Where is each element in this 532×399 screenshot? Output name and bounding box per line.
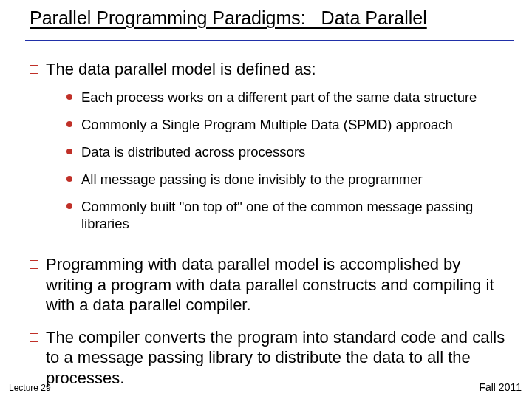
slide-title: Parallel Programming Paradigms: Data Par… xyxy=(30,7,511,29)
square-bullet-icon xyxy=(30,65,38,74)
sub-bullet-text: Commonly a Single Program Multiple Data … xyxy=(81,116,453,133)
title-underline-rule xyxy=(25,40,514,41)
square-bullet-icon xyxy=(30,333,38,342)
bullet-level1: The compiler converts the program into s… xyxy=(30,327,507,389)
footer-right: Fall 2011 xyxy=(479,381,522,393)
bullet-content: The data parallel model is defined as: E… xyxy=(46,59,507,242)
sub-bullet: Each process works on a different part o… xyxy=(46,89,507,106)
sub-bullet: Commonly built "on top of" one of the co… xyxy=(46,198,507,232)
sub-bullet-text: Data is distributed across processors xyxy=(81,143,305,160)
dot-bullet-icon xyxy=(66,121,72,127)
slide: Parallel Programming Paradigms: Data Par… xyxy=(0,0,532,399)
bullet-level1: The data parallel model is defined as: E… xyxy=(30,59,507,242)
sub-bullet: Data is distributed across processors xyxy=(46,143,507,160)
sub-bullet: All message passing is done invisibly to… xyxy=(46,171,507,188)
bullet-text: Programming with data parallel model is … xyxy=(46,254,507,316)
dot-bullet-icon xyxy=(66,94,72,100)
sub-bullet: Commonly a Single Program Multiple Data … xyxy=(46,116,507,133)
footer-left: Lecture 29 xyxy=(9,383,51,393)
sub-bullet-text: All message passing is done invisibly to… xyxy=(81,171,423,188)
dot-bullet-icon xyxy=(66,203,72,209)
slide-body: The data parallel model is defined as: E… xyxy=(30,59,507,395)
bullet-text: The data parallel model is defined as: xyxy=(46,59,507,80)
dot-bullet-icon xyxy=(66,176,72,182)
sub-bullet-list: Each process works on a different part o… xyxy=(46,89,507,233)
square-bullet-icon xyxy=(30,260,38,269)
bullet-level1: Programming with data parallel model is … xyxy=(30,254,507,316)
sub-bullet-text: Commonly built "on top of" one of the co… xyxy=(81,198,507,232)
sub-bullet-text: Each process works on a different part o… xyxy=(81,89,477,106)
dot-bullet-icon xyxy=(66,149,72,154)
bullet-text: The compiler converts the program into s… xyxy=(46,327,507,389)
